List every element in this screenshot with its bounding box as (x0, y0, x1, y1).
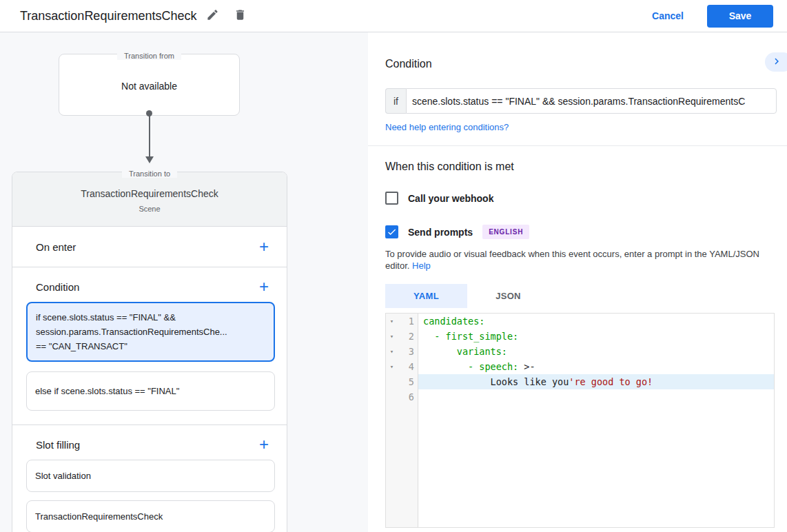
code-line[interactable]: ▾3 variants: (386, 344, 774, 359)
condition-line: else if scene.slots.status == "FINAL" (35, 384, 266, 398)
section-slot-filling: Slot filling + Slot validation Transacti… (12, 425, 287, 532)
collapse-panel-button[interactable] (765, 52, 787, 72)
top-bar: TransactionRequirementsCheck Cancel Save (0, 0, 787, 32)
condition-heading: Condition (385, 32, 787, 70)
code-line[interactable]: ▾1candidates: (386, 314, 774, 329)
code-text: - first_simple: (418, 329, 774, 344)
condition-expression-row: if (385, 88, 777, 114)
code-text: candidates: (418, 314, 774, 329)
save-button[interactable]: Save (707, 5, 773, 28)
page-title: TransactionRequirementsCheck (20, 9, 196, 23)
checkmark-icon (387, 227, 397, 237)
section-on-enter: On enter + (12, 227, 287, 267)
language-badge: ENGLISH (482, 225, 529, 239)
section-condition: Condition + if scene.slots.status == "FI… (12, 267, 287, 425)
code-text: - speech: >- (418, 359, 774, 374)
main-split: Transition from Not available Transition… (0, 32, 787, 532)
code-line[interactable]: ▾2 - first_simple: (386, 329, 774, 344)
condition-line: session.params.TransactionRequirementsCh… (36, 325, 265, 339)
condition-label: Condition (36, 281, 79, 293)
fold-arrow-icon[interactable]: ▾ (386, 344, 398, 359)
chevron-right-icon (770, 55, 783, 70)
prompt-description: To provide audio or visual feedback when… (385, 248, 768, 272)
line-number: 5 (398, 374, 418, 389)
add-on-enter-button[interactable]: + (255, 238, 273, 255)
transition-from-legend: Transition from (59, 49, 239, 61)
condition-editor-panel: Condition if Need help entering conditio… (368, 32, 787, 532)
condition-line: if scene.slots.status == "FINAL" && (36, 310, 265, 325)
prompt-description-text: To provide audio or visual feedback when… (385, 249, 759, 271)
webhook-row: Call your webhook (385, 192, 787, 205)
call-webhook-label: Call your webhook (408, 193, 493, 204)
add-slot-button[interactable]: + (255, 436, 273, 453)
editor-tabs: YAML JSON (385, 284, 787, 308)
slot-card-validation[interactable]: Slot validation (26, 460, 275, 492)
scene-card-header[interactable]: TransactionRequirementsCheck Scene (12, 172, 287, 227)
code-text: Looks like you're good to go! (418, 374, 774, 389)
conditions-help-link[interactable]: Need help entering conditions? (385, 122, 509, 132)
code-lines: ▾1candidates:▾2 - first_simple:▾3 varian… (386, 314, 774, 405)
fold-arrow-icon[interactable]: ▾ (386, 314, 398, 329)
line-number: 2 (398, 329, 418, 344)
send-prompts-label: Send prompts (408, 227, 473, 238)
edit-scene-button[interactable] (201, 4, 224, 28)
call-webhook-checkbox[interactable] (385, 192, 398, 205)
add-condition-button[interactable]: + (255, 278, 273, 295)
scene-card: TransactionRequirementsCheck Scene On en… (12, 172, 287, 532)
transition-to-legend: Transition to (12, 167, 287, 179)
slot-card-transaction-requirements[interactable]: TransactionRequirementsCheck (26, 500, 275, 532)
send-prompts-checkbox[interactable] (385, 225, 398, 238)
scene-graph-panel: Transition from Not available Transition… (0, 32, 368, 532)
tab-yaml[interactable]: YAML (385, 284, 467, 308)
when-condition-met-heading: When this condition is met (385, 133, 787, 173)
transition-connector-line (149, 115, 150, 156)
delete-scene-button[interactable] (228, 4, 252, 28)
transition-connector-arrow-icon (145, 156, 154, 163)
prompt-help-link[interactable]: Help (412, 260, 431, 271)
pencil-icon (206, 8, 219, 23)
line-number: 3 (398, 344, 418, 359)
condition-expression-input[interactable] (406, 88, 777, 114)
code-text (418, 389, 774, 405)
fold-arrow-icon[interactable]: ▾ (386, 329, 398, 344)
slot-card-label: TransactionRequirementsCheck (35, 511, 266, 522)
on-enter-label: On enter (36, 241, 76, 253)
tab-json[interactable]: JSON (467, 284, 549, 308)
code-line[interactable]: ▾4 - speech: >- (386, 359, 774, 374)
condition-line: == "CAN_TRANSACT" (36, 339, 265, 354)
code-empty-area[interactable] (418, 405, 774, 527)
gutter-fold-column (386, 405, 398, 527)
condition-card-selected[interactable]: if scene.slots.status == "FINAL" && sess… (26, 302, 275, 362)
code-line[interactable]: 5 Looks like you're good to go! (386, 374, 774, 389)
editor-filler (386, 405, 774, 527)
fold-spacer (386, 389, 398, 405)
yaml-code-editor[interactable]: ▾1candidates:▾2 - first_simple:▾3 varian… (385, 313, 775, 528)
slot-filling-label: Slot filling (36, 439, 80, 451)
code-text: variants: (418, 344, 774, 359)
cancel-button[interactable]: Cancel (641, 5, 695, 27)
transition-from-box: Transition from Not available (59, 54, 240, 116)
gutter-number-column (398, 405, 418, 527)
fold-spacer (386, 374, 398, 389)
trash-icon (234, 8, 247, 23)
code-line[interactable]: 6 (386, 389, 774, 405)
line-number: 6 (398, 389, 418, 405)
scene-card-subtitle: Scene (12, 205, 287, 213)
line-number: 4 (398, 359, 418, 374)
condition-card-else[interactable]: else if scene.slots.status == "FINAL" (26, 371, 275, 411)
line-number: 1 (398, 314, 418, 329)
panel-divider (368, 145, 787, 146)
send-prompts-row: Send prompts ENGLISH (385, 225, 787, 239)
scene-card-title: TransactionRequirementsCheck (12, 188, 287, 199)
fold-arrow-icon[interactable]: ▾ (386, 359, 398, 374)
transition-from-value: Not available (59, 81, 239, 92)
slot-card-label: Slot validation (35, 471, 266, 481)
if-prefix-label: if (385, 88, 406, 114)
